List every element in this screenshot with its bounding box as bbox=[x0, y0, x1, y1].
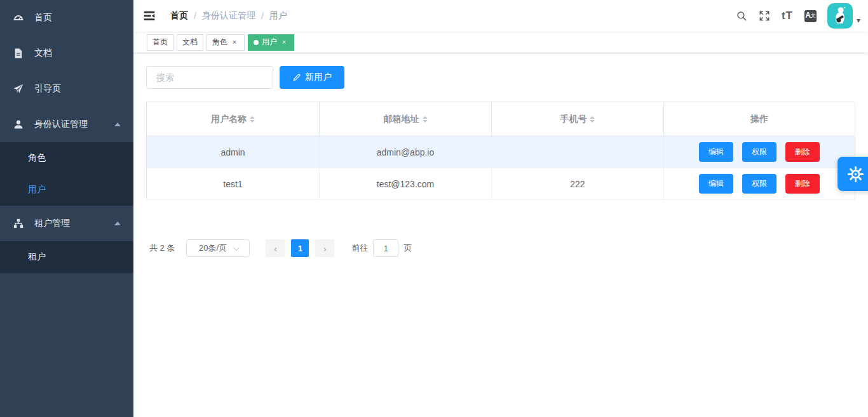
edit-button[interactable]: 编辑 bbox=[699, 174, 733, 194]
close-icon[interactable]: × bbox=[230, 38, 239, 47]
pagination: 共 2 条 20条/页 ‹ 1 › 前往 页 bbox=[146, 239, 855, 257]
prev-page-button[interactable]: ‹ bbox=[266, 239, 285, 257]
hamburger-icon bbox=[143, 10, 156, 22]
tenant-submenu: 租户 bbox=[0, 241, 133, 273]
header-username[interactable]: 用户名称 bbox=[147, 102, 320, 136]
delete-button[interactable]: 删除 bbox=[785, 174, 820, 194]
translate-icon: A 文 bbox=[804, 10, 817, 22]
fullscreen-icon bbox=[759, 10, 770, 22]
sidebar-item-home[interactable]: 首页 bbox=[0, 0, 133, 36]
sidebar-item-label: 租户管理 bbox=[34, 218, 70, 229]
sidebar-item-label: 引导页 bbox=[34, 83, 61, 95]
content: 新用户 用户名称 邮箱地址 bbox=[133, 53, 868, 270]
sidebar-item-roles[interactable]: 角色 bbox=[0, 142, 133, 174]
delete-button[interactable]: 删除 bbox=[785, 142, 820, 162]
goto-page-input[interactable] bbox=[373, 239, 398, 257]
sidebar-item-tenant-mgmt[interactable]: 租户管理 bbox=[0, 206, 133, 241]
tag-roles[interactable]: 角色 × bbox=[207, 34, 245, 51]
text-size-icon: tT bbox=[782, 10, 793, 22]
header-actions: 操作 bbox=[663, 102, 855, 136]
search-input[interactable] bbox=[146, 66, 273, 89]
hamburger-toggle[interactable] bbox=[133, 0, 165, 32]
sidebar: 首页 文档 引导页 身份认证管理 角色 用户 bbox=[0, 0, 133, 417]
sidebar-item-docs[interactable]: 文档 bbox=[0, 36, 133, 71]
user-icon bbox=[13, 119, 24, 130]
sidebar-item-label: 首页 bbox=[34, 12, 52, 23]
breadcrumb-identity: 身份认证管理 bbox=[202, 10, 255, 22]
new-user-button[interactable]: 新用户 bbox=[280, 66, 344, 89]
close-icon[interactable]: × bbox=[280, 38, 288, 47]
cell-email: admin@abp.io bbox=[320, 136, 492, 168]
tag-docs[interactable]: 文档 bbox=[177, 34, 203, 51]
page-size-value: 20条/页 bbox=[199, 242, 227, 254]
font-size-button[interactable]: tT bbox=[776, 0, 799, 32]
cell-username: admin bbox=[147, 136, 320, 168]
tag-label: 用户 bbox=[262, 37, 277, 48]
sort-icon[interactable] bbox=[423, 114, 428, 125]
identity-submenu: 角色 用户 bbox=[0, 142, 133, 206]
sidebar-item-identity[interactable]: 身份认证管理 bbox=[0, 107, 133, 142]
caret-down-icon[interactable]: ▾ bbox=[857, 7, 860, 25]
sidebar-item-guide[interactable]: 引导页 bbox=[0, 71, 133, 107]
tag-label: 文档 bbox=[182, 37, 198, 48]
cell-phone bbox=[491, 136, 663, 168]
sidebar-item-tenants[interactable]: 租户 bbox=[0, 241, 133, 273]
sort-icon[interactable] bbox=[590, 114, 595, 125]
sidebar-item-label: 身份认证管理 bbox=[34, 119, 88, 130]
permission-button[interactable]: 权限 bbox=[742, 174, 776, 194]
page-size-select[interactable]: 20条/页 bbox=[186, 239, 250, 257]
search-icon bbox=[736, 10, 747, 22]
table-header-row: 用户名称 邮箱地址 手机号 bbox=[147, 102, 855, 136]
page-number-active[interactable]: 1 bbox=[291, 239, 309, 257]
header-search-button[interactable] bbox=[730, 0, 753, 32]
goto-label: 前往 bbox=[351, 242, 368, 254]
document-icon bbox=[13, 48, 24, 59]
cell-username: test1 bbox=[147, 168, 320, 200]
fullscreen-button[interactable] bbox=[753, 0, 776, 32]
sidebar-item-label: 角色 bbox=[28, 152, 46, 164]
tag-label: 角色 bbox=[212, 37, 227, 48]
tag-home[interactable]: 首页 bbox=[147, 34, 173, 51]
gear-icon bbox=[847, 166, 864, 183]
breadcrumb-users: 用户 bbox=[269, 10, 287, 22]
chevron-down-icon bbox=[233, 244, 240, 251]
permission-button[interactable]: 权限 bbox=[742, 142, 776, 162]
settings-panel-button[interactable] bbox=[837, 157, 868, 191]
tags-view: 首页 文档 角色 × 用户 × bbox=[133, 32, 868, 53]
toolbar: 新用户 bbox=[146, 66, 855, 89]
next-page-button[interactable]: › bbox=[315, 239, 334, 257]
header-email[interactable]: 邮箱地址 bbox=[320, 102, 492, 136]
edit-button[interactable]: 编辑 bbox=[699, 142, 733, 162]
edit-pencil-icon bbox=[292, 73, 301, 82]
sidebar-item-users[interactable]: 用户 bbox=[0, 174, 133, 206]
dashboard-icon bbox=[13, 12, 24, 23]
cell-email: test@123.com bbox=[320, 168, 492, 200]
tag-users-active[interactable]: 用户 × bbox=[248, 34, 294, 51]
active-dot bbox=[254, 40, 259, 45]
sort-icon[interactable] bbox=[250, 114, 255, 125]
table-row[interactable]: admin admin@abp.io 编辑 权限 删除 bbox=[147, 136, 855, 168]
total-count: 共 2 条 bbox=[149, 242, 175, 254]
avatar[interactable] bbox=[827, 3, 853, 29]
navbar-right: tT A 文 ▾ bbox=[730, 0, 868, 32]
new-user-label: 新用户 bbox=[305, 72, 332, 83]
avatar-figure bbox=[831, 5, 850, 27]
sidebar-item-label: 用户 bbox=[28, 184, 46, 195]
sidebar-item-label: 文档 bbox=[34, 48, 52, 59]
language-button[interactable]: A 文 bbox=[799, 0, 822, 32]
paper-plane-icon bbox=[13, 83, 24, 95]
breadcrumb-separator: / bbox=[261, 11, 264, 21]
breadcrumb-separator: / bbox=[194, 11, 196, 21]
org-tree-icon bbox=[13, 218, 24, 229]
breadcrumb-home[interactable]: 首页 bbox=[170, 10, 188, 22]
chevron-up-icon bbox=[114, 222, 121, 225]
cell-actions: 编辑 权限 删除 bbox=[663, 136, 855, 168]
users-table: 用户名称 邮箱地址 手机号 bbox=[146, 102, 855, 200]
header-phone[interactable]: 手机号 bbox=[491, 102, 663, 136]
goto-page: 前往 页 bbox=[351, 239, 412, 257]
table-row[interactable]: test1 test@123.com 222 编辑 权限 删除 bbox=[147, 168, 855, 200]
main-area: 首页 / 身份认证管理 / 用户 tT bbox=[133, 0, 868, 270]
tag-label: 首页 bbox=[153, 37, 168, 48]
chevron-up-icon bbox=[114, 122, 121, 126]
cell-actions: 编辑 权限 删除 bbox=[663, 168, 855, 200]
